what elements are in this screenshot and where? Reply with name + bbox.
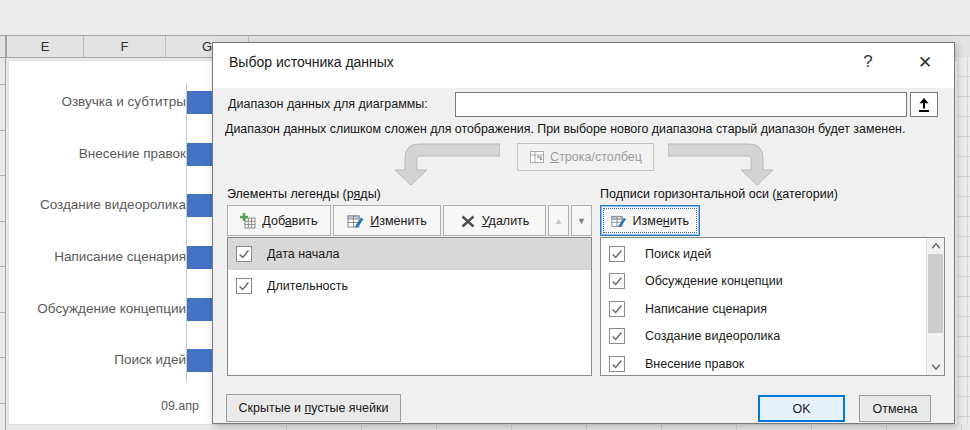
- up-triangle-icon: ▲: [554, 216, 563, 226]
- checkbox-check-icon: [610, 357, 624, 371]
- series-checkbox[interactable]: [236, 246, 252, 262]
- move-series-down-button[interactable]: ▼: [571, 205, 592, 236]
- row-gridline: [0, 357, 5, 358]
- row-gridline: [0, 312, 5, 313]
- row-gridline: [0, 266, 5, 267]
- column-header-f[interactable]: F: [84, 36, 166, 57]
- checkbox-check-icon: [237, 247, 251, 261]
- series-list-item[interactable]: Дата начала: [228, 238, 591, 270]
- switch-row-column-button[interactable]: Строка/столбец: [517, 143, 654, 171]
- close-button[interactable]: ✕: [910, 47, 940, 77]
- legend-entries-title: Элементы легенды (ряды): [227, 187, 381, 201]
- axis-label-item[interactable]: Поиск идей: [601, 240, 944, 268]
- category-label: Создание видеоролика: [9, 197, 186, 213]
- checkbox-check-icon: [237, 279, 251, 293]
- down-triangle-icon: ▼: [577, 216, 586, 226]
- category-axis-line: [186, 84, 187, 382]
- row-gridline: [0, 221, 5, 222]
- axis-label-item[interactable]: Создание видеоролика: [601, 323, 944, 351]
- axis-label-checkbox[interactable]: [609, 246, 625, 262]
- dialog-title: Выбор источника данных: [229, 54, 394, 70]
- category-label: Поиск идей: [9, 352, 186, 368]
- row-gridline: [0, 130, 5, 131]
- date-axis-tick: 09.апр: [129, 399, 199, 413]
- select-data-source-dialog: Выбор источника данных ? ✕ Диапазон данн…: [212, 42, 955, 424]
- axis-labels-list: Поиск идей Обсуждение концепции Написани…: [600, 237, 945, 376]
- add-series-button[interactable]: Добавить: [227, 205, 331, 236]
- axis-label-checkbox[interactable]: [609, 273, 625, 289]
- series-checkbox[interactable]: [236, 278, 252, 294]
- checkbox-check-icon: [610, 302, 624, 316]
- axis-label-checkbox[interactable]: [609, 328, 625, 344]
- row-header-edge: [5, 35, 6, 430]
- collapse-dialog-button[interactable]: [910, 92, 938, 117]
- range-warning-text: Диапазон данных слишком сложен для отобр…: [225, 122, 947, 136]
- excel-window: E F G Озвучка и субтитры Внесение правок…: [0, 0, 970, 430]
- axis-label-checkbox[interactable]: [609, 356, 625, 372]
- checkbox-check-icon: [610, 274, 624, 288]
- formula-bar-area: [0, 0, 970, 36]
- scroll-down-button[interactable]: [927, 359, 944, 375]
- ok-button[interactable]: OK: [758, 395, 845, 422]
- chart-data-range-label: Диапазон данных для диаграммы:: [228, 97, 428, 111]
- help-icon: ?: [863, 52, 872, 72]
- category-label: Обсуждение концепции: [9, 301, 186, 317]
- hidden-empty-cells-button[interactable]: Скрытые и пустые ячейки: [226, 394, 401, 422]
- axis-label-checkbox[interactable]: [609, 301, 625, 317]
- row-gridline: [0, 84, 5, 85]
- delete-x-icon: [460, 213, 476, 229]
- axis-label-item[interactable]: Внесение правок: [601, 350, 944, 378]
- scroll-down-icon: [930, 362, 942, 372]
- category-label: Написание сценария: [9, 249, 186, 265]
- close-icon: ✕: [918, 52, 932, 73]
- axis-list-scrollbar[interactable]: [926, 238, 944, 375]
- axis-labels-title: Подписи горизонтальной оси (категории): [600, 187, 838, 201]
- help-button[interactable]: ?: [853, 47, 883, 77]
- curved-down-arrow-left: [385, 140, 500, 186]
- axis-label-item[interactable]: Обсуждение концепции: [601, 268, 944, 296]
- remove-series-button[interactable]: Удалить: [443, 205, 546, 236]
- curved-down-arrow-right: [668, 140, 783, 186]
- edit-table-icon: [347, 213, 364, 229]
- edit-table-icon: [611, 213, 627, 229]
- column-header-e[interactable]: E: [7, 36, 84, 57]
- row-column-swap-icon: [529, 149, 545, 165]
- move-series-up-button[interactable]: ▲: [548, 205, 569, 236]
- row-gridline: [0, 175, 5, 176]
- edit-axis-labels-button[interactable]: Изменить: [600, 205, 700, 236]
- scroll-up-icon: [930, 241, 942, 251]
- chart-data-range-input[interactable]: [455, 92, 907, 117]
- axis-toolbar: Изменить: [600, 205, 945, 236]
- scroll-thumb[interactable]: [928, 254, 943, 333]
- dialog-titlebar: Выбор источника данных ? ✕: [213, 43, 954, 88]
- collapse-dialog-icon: [916, 97, 932, 113]
- edit-series-button[interactable]: Изменить: [333, 205, 441, 236]
- category-label: Озвучка и субтитры: [9, 94, 186, 110]
- scroll-up-button[interactable]: [927, 238, 944, 254]
- axis-label-item[interactable]: Написание сценария: [601, 295, 944, 323]
- add-table-icon: [240, 213, 256, 229]
- row-gridline: [0, 403, 5, 404]
- legend-series-list: Дата начала Длительность: [227, 237, 592, 376]
- legend-toolbar: Добавить Изменить Удалить ▲: [227, 205, 592, 236]
- cancel-button[interactable]: Отмена: [859, 395, 931, 422]
- checkbox-check-icon: [610, 247, 624, 261]
- category-label: Внесение правок: [9, 146, 186, 162]
- series-list-item[interactable]: Длительность: [228, 270, 591, 302]
- checkbox-check-icon: [610, 329, 624, 343]
